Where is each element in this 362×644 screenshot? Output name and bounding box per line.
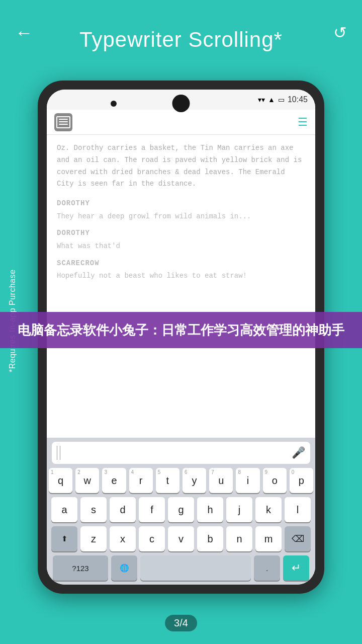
- key-r-wrapper: 4 r: [129, 468, 153, 493]
- num-hint-1: 1: [51, 469, 54, 475]
- banner: 电脑备忘录软件小兔子：日常工作学习高效管理的神助手: [0, 312, 362, 348]
- numeric-key[interactable]: ?123: [53, 555, 108, 581]
- key-q-wrapper: 1 q: [49, 468, 72, 493]
- banner-text: 电脑备忘录软件小兔子：日常工作学习高效管理的神助手: [15, 321, 347, 339]
- character-name-1: DOROTHY: [57, 198, 305, 209]
- key-e-wrapper: 3 e: [102, 468, 126, 493]
- key-f[interactable]: f: [139, 497, 165, 522]
- app-header: ☰: [47, 110, 315, 135]
- num-hint-7: 7: [211, 469, 214, 475]
- key-g[interactable]: g: [168, 497, 194, 522]
- signal-icon: ▲: [268, 96, 275, 104]
- space-key[interactable]: [140, 555, 251, 581]
- key-v[interactable]: v: [168, 526, 194, 551]
- num-hint-3: 3: [104, 469, 107, 475]
- battery-icon: ▭: [278, 96, 285, 104]
- keyboard: 🎤 1 q 2 w 3 e 4 r: [47, 438, 315, 585]
- period-key[interactable]: .: [254, 555, 280, 581]
- key-s[interactable]: s: [80, 497, 107, 522]
- page-title: Typewriter Scrolling*: [0, 28, 362, 52]
- key-p-wrapper: 0 p: [290, 468, 313, 493]
- character-name-2: DOROTHY: [57, 227, 305, 238]
- enter-key[interactable]: ↵: [283, 555, 309, 581]
- text-input-row[interactable]: 🎤: [52, 442, 310, 464]
- key-k[interactable]: k: [255, 497, 282, 522]
- num-hint-9: 9: [265, 469, 268, 475]
- key-a[interactable]: a: [51, 497, 77, 522]
- key-t-wrapper: 5 t: [156, 468, 179, 493]
- intro-text: Oz. Dorothy carries a basket, the Tin Ma…: [57, 142, 305, 190]
- cursor2: [60, 446, 60, 460]
- speaker-icon: [172, 95, 190, 112]
- keyboard-row-3: ⬆ z x c v b n m ⌫: [49, 526, 313, 551]
- key-y-wrapper: 6 y: [183, 468, 206, 493]
- key-l[interactable]: l: [285, 497, 311, 522]
- key-n[interactable]: n: [226, 526, 252, 551]
- key-j[interactable]: j: [226, 497, 252, 522]
- backspace-key[interactable]: ⌫: [285, 526, 311, 551]
- cursor: [57, 446, 57, 460]
- key-w-wrapper: 2 w: [75, 468, 99, 493]
- camera-icon: [111, 101, 117, 107]
- num-hint-0: 0: [292, 469, 295, 475]
- key-o-wrapper: 9 o: [263, 468, 287, 493]
- mic-icon[interactable]: 🎤: [292, 446, 305, 459]
- num-hint-5: 5: [158, 469, 161, 475]
- status-time: 10:45: [288, 95, 308, 104]
- num-hint-6: 6: [185, 469, 188, 475]
- character-name-3: SCARECROW: [57, 258, 305, 269]
- character-line-3: Hopefully not a beast who likes to eat s…: [57, 270, 305, 282]
- key-i-wrapper: 8 i: [236, 468, 259, 493]
- key-c[interactable]: c: [139, 526, 165, 551]
- key-u-wrapper: 7 u: [209, 468, 233, 493]
- globe-key[interactable]: 🌐: [111, 555, 137, 581]
- key-b[interactable]: b: [197, 526, 223, 551]
- key-x[interactable]: x: [110, 526, 136, 551]
- shift-key[interactable]: ⬆: [51, 526, 77, 551]
- key-h[interactable]: h: [197, 497, 223, 522]
- num-hint-2: 2: [77, 469, 80, 475]
- keyboard-bottom-row: ?123 🌐 . ↵: [49, 555, 313, 581]
- key-m[interactable]: m: [255, 526, 282, 551]
- script-content: Oz. Dorothy carries a basket, the Tin Ma…: [47, 135, 315, 438]
- num-hint-4: 4: [131, 469, 134, 475]
- keyboard-row-1: 1 q 2 w 3 e 4 r 5 t: [49, 468, 313, 493]
- key-d[interactable]: d: [110, 497, 136, 522]
- character-line-2: What was that'd: [57, 240, 305, 253]
- menu-icon[interactable]: ☰: [298, 116, 308, 129]
- num-hint-8: 8: [238, 469, 241, 475]
- status-icons: ▾▾ ▲ ▭ 10:45: [258, 95, 308, 104]
- character-line-1: They hear a deep growl from wild animals…: [57, 211, 305, 223]
- app-icon: [54, 113, 72, 131]
- keyboard-row-2: a s d f g h j k l: [49, 497, 313, 522]
- key-z[interactable]: z: [80, 526, 107, 551]
- page-indicator: 3/4: [165, 615, 197, 631]
- wifi-icon: ▾▾: [258, 96, 265, 104]
